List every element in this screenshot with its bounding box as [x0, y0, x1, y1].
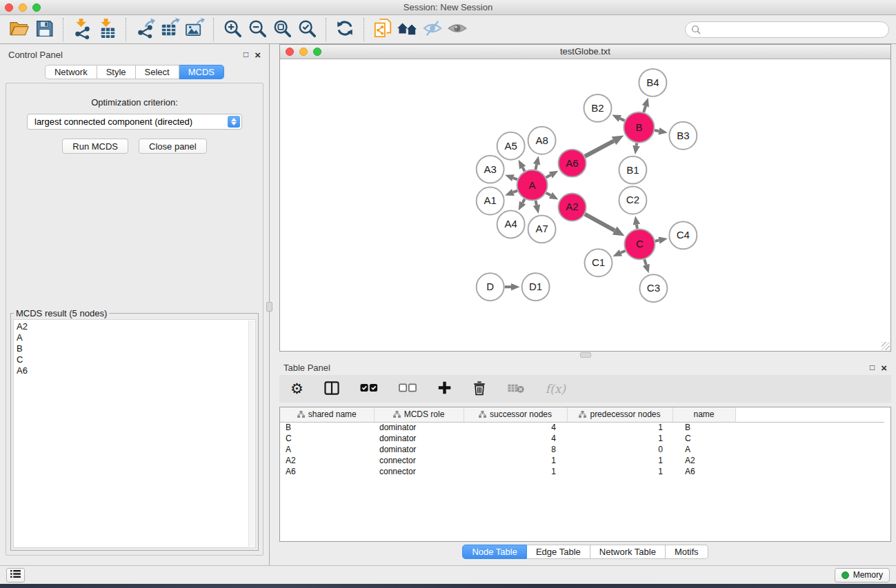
graph-edge-C-C3[interactable]: [644, 259, 646, 265]
graph-node-D1[interactable]: D1: [522, 273, 550, 301]
graph-edge-C-C1[interactable]: [621, 251, 626, 253]
export-network-button[interactable]: [132, 18, 157, 41]
graph-node-A6[interactable]: A6: [559, 150, 586, 177]
graph-edge-A-A6[interactable]: [546, 175, 551, 178]
cell-shared-name[interactable]: B: [280, 422, 374, 433]
graph-node-B3[interactable]: B3: [669, 122, 697, 150]
save-session-button[interactable]: [32, 18, 57, 41]
node-table-container[interactable]: shared nameMCDS rolesuccessor nodesprede…: [279, 407, 891, 542]
hide-selected-button[interactable]: [420, 18, 445, 41]
graph-node-A5[interactable]: A5: [497, 132, 525, 160]
export-image-button[interactable]: [182, 18, 207, 41]
result-item[interactable]: A6: [17, 365, 255, 376]
graph-edge-A-A4[interactable]: [523, 199, 525, 203]
cell-shared-name[interactable]: A2: [280, 455, 374, 466]
first-neighbors-button[interactable]: [395, 18, 420, 41]
table-row[interactable]: Bdominator41B: [280, 422, 884, 433]
graph-edge-B-B1[interactable]: [637, 143, 637, 145]
search-input[interactable]: [704, 24, 883, 34]
select-all-button[interactable]: [360, 383, 378, 394]
export-table-button[interactable]: [157, 18, 182, 41]
network-minimize-button[interactable]: [299, 48, 308, 56]
float-table-panel-icon[interactable]: □: [870, 363, 875, 372]
cell-name[interactable]: B: [673, 422, 735, 433]
refresh-button[interactable]: [332, 18, 357, 41]
run-mcds-button[interactable]: Run MCDS: [62, 139, 128, 154]
graph-node-C3[interactable]: C3: [639, 274, 667, 302]
settings-gear-button[interactable]: ⚙: [290, 382, 303, 396]
deselect-all-button[interactable]: [399, 383, 417, 394]
table-row[interactable]: Cdominator41C: [280, 433, 884, 444]
graph-edge-A-A2[interactable]: [546, 193, 551, 196]
result-item[interactable]: C: [17, 354, 255, 365]
graph-node-A4[interactable]: A4: [497, 210, 525, 238]
cell-predecessor-nodes[interactable]: 1: [567, 466, 673, 477]
search-field[interactable]: [685, 21, 889, 38]
graph-node-C1[interactable]: C1: [585, 249, 613, 276]
graph-node-B[interactable]: B: [624, 112, 654, 143]
graph-node-C2[interactable]: C2: [619, 187, 646, 214]
column-header-successor-nodes[interactable]: successor nodes: [464, 407, 567, 422]
memory-button[interactable]: Memory: [835, 568, 890, 582]
graph-node-A2[interactable]: A2: [559, 194, 586, 221]
zoom-fit-button[interactable]: [270, 18, 295, 41]
graph-node-B2[interactable]: B2: [584, 94, 612, 122]
cell-MCDS-role[interactable]: dominator: [374, 433, 464, 444]
graph-node-A1[interactable]: A1: [477, 187, 504, 215]
column-header-name[interactable]: name: [673, 407, 735, 422]
mcds-result-list[interactable]: A2ABCA6: [13, 319, 256, 548]
cell-shared-name[interactable]: A: [280, 444, 374, 455]
graph-node-C4[interactable]: C4: [669, 221, 697, 249]
cell-MCDS-role[interactable]: dominator: [374, 422, 464, 433]
zoom-out-button[interactable]: [245, 18, 270, 41]
result-item[interactable]: A2: [17, 321, 255, 332]
import-table-button[interactable]: [94, 18, 119, 41]
tab-mcds[interactable]: MCDS: [179, 65, 224, 79]
network-canvas[interactable]: AA1A2A3A4A5A6A7A8BB1B2B3B4CC1C2C3C4DD1: [280, 59, 890, 351]
cell-MCDS-role[interactable]: connector: [374, 455, 464, 466]
table-row[interactable]: A2connector11A2: [280, 455, 884, 466]
window-resize-grip[interactable]: [882, 342, 890, 350]
tab-network[interactable]: Network: [45, 65, 97, 79]
cell-successor-nodes[interactable]: 1: [464, 455, 567, 466]
table-row[interactable]: A6connector11A6: [280, 466, 884, 477]
tab-select[interactable]: Select: [136, 65, 179, 79]
graph-node-C[interactable]: C: [624, 229, 655, 259]
panel-splitter-grip[interactable]: [266, 302, 272, 312]
cell-name[interactable]: C: [673, 433, 735, 444]
cell-predecessor-nodes[interactable]: 1: [567, 455, 673, 466]
cell-MCDS-role[interactable]: connector: [374, 466, 464, 477]
tab-network-table[interactable]: Network Table: [590, 545, 666, 559]
graph-edge-A-A1[interactable]: [513, 191, 517, 192]
graph-edge-B-B3[interactable]: [655, 130, 659, 131]
new-network-from-selection-button[interactable]: [370, 18, 395, 41]
cell-shared-name[interactable]: C: [280, 433, 374, 444]
graph-node-D[interactable]: D: [477, 273, 504, 301]
graph-edge-C-C4[interactable]: [655, 241, 659, 241]
maximize-window-button[interactable]: [32, 3, 41, 12]
graph-node-A[interactable]: A: [517, 170, 548, 201]
graph-edge-C-C2[interactable]: [637, 225, 637, 229]
graph-edge-A6-B[interactable]: [585, 141, 614, 156]
tab-node-table[interactable]: Node Table: [462, 545, 527, 559]
close-window-button[interactable]: [5, 3, 13, 12]
graph-node-B1[interactable]: B1: [619, 156, 646, 184]
tab-style[interactable]: Style: [97, 65, 136, 79]
graph-edge-B-B2[interactable]: [620, 119, 625, 121]
task-history-button[interactable]: [6, 568, 25, 582]
show-all-button[interactable]: [445, 18, 470, 41]
cell-name[interactable]: A2: [673, 455, 735, 466]
cell-successor-nodes[interactable]: 8: [464, 444, 567, 455]
zoom-in-button[interactable]: [220, 18, 245, 41]
cell-predecessor-nodes[interactable]: 1: [567, 433, 673, 444]
delete-table-button[interactable]: [507, 383, 525, 396]
graph-edge-B-B4[interactable]: [644, 106, 646, 112]
graph-node-A8[interactable]: A8: [528, 127, 556, 154]
result-list-scrollbar[interactable]: [248, 321, 255, 547]
cell-successor-nodes[interactable]: 4: [464, 433, 567, 444]
float-panel-icon[interactable]: □: [243, 50, 248, 59]
cell-name[interactable]: A: [673, 444, 735, 455]
graph-node-A7[interactable]: A7: [528, 215, 556, 243]
cell-name[interactable]: A6: [673, 466, 735, 477]
minimize-window-button[interactable]: [19, 3, 27, 12]
